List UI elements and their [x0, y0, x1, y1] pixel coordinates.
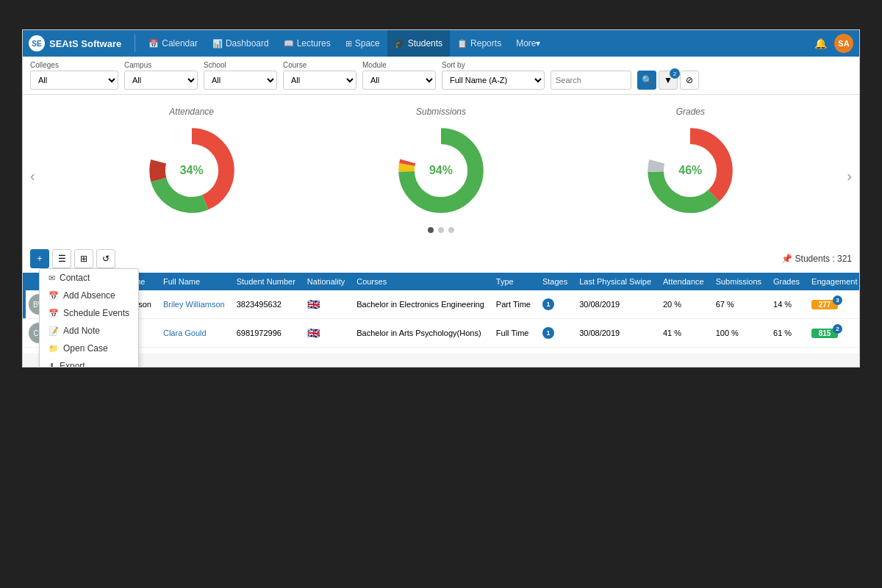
row-grades: 61 %: [767, 319, 806, 348]
submissions-donut: 94%: [393, 123, 489, 218]
row-course: Bachelor in Electronics Engineering: [351, 290, 490, 319]
row-type: Full Time: [490, 319, 537, 348]
bell-icon[interactable]: 🔔: [814, 37, 827, 49]
context-add-absence[interactable]: 📅 Add Absence: [40, 287, 138, 304]
charts-section: ‹ Attendance: [23, 95, 859, 245]
dashboard-icon: 📊: [212, 39, 223, 49]
nav-divider: [135, 35, 135, 52]
colleges-label: Colleges: [30, 61, 118, 69]
carousel-dot-1[interactable]: [428, 227, 434, 233]
table-row[interactable]: CG Clara Gould Clara Gould 6981972996 🇬🇧…: [23, 319, 859, 348]
nav-item-lectures[interactable]: 📖Lectures: [276, 30, 338, 57]
nav-item-calendar[interactable]: 📅Calendar: [141, 30, 205, 57]
filter-bar: Colleges All Campus All School All Cours…: [23, 57, 859, 95]
col-type[interactable]: Type: [490, 273, 537, 290]
submissions-chart: Submissions 94%: [393, 107, 489, 218]
row-engagement: 815 2: [806, 319, 859, 348]
course-select[interactable]: All: [283, 71, 356, 90]
navbar-right: 🔔 SA: [814, 34, 853, 53]
clear-filter-button[interactable]: ⊘: [680, 71, 699, 90]
submissions-value: 94%: [429, 164, 453, 177]
search-input[interactable]: [551, 71, 631, 90]
carousel-dot-2[interactable]: [438, 227, 444, 233]
carousel-right-arrow[interactable]: ›: [847, 168, 852, 184]
nav-item-dashboard[interactable]: 📊Dashboard: [205, 30, 276, 57]
table-row[interactable]: BW Williamson Briley Williamson 38234956…: [23, 290, 859, 319]
col-fullname[interactable]: Full Name: [157, 273, 231, 290]
campus-filter: Campus All: [124, 61, 198, 90]
sortby-filter: Sort by Full Name (A-Z) Full Name (Z-A): [442, 61, 545, 90]
brand[interactable]: SE SEAtS Software: [29, 35, 121, 51]
add-button[interactable]: +: [30, 249, 49, 268]
submissions-title: Submissions: [416, 107, 466, 117]
nav-item-reports[interactable]: 📋Reports: [450, 30, 509, 57]
space-icon: ⊞: [345, 39, 352, 49]
export-label: Export: [60, 361, 85, 368]
sortby-label: Sort by: [442, 61, 545, 69]
col-courses[interactable]: Courses: [351, 273, 490, 290]
open-case-icon: 📁: [49, 344, 59, 354]
row-fullname[interactable]: Briley Williamson: [157, 290, 231, 319]
course-label: Course: [283, 61, 356, 69]
context-schedule-events[interactable]: 📅 Schedule Events: [40, 304, 138, 322]
table-toolbar: + ☰ ⊞ ↺ ✉ Contact �: [23, 245, 859, 273]
filter-button[interactable]: ▼ 2: [659, 71, 678, 90]
row-submissions: 100 %: [710, 319, 767, 348]
school-label: School: [204, 61, 277, 69]
colleges-select[interactable]: All: [30, 71, 118, 90]
list-view-button[interactable]: ☰: [52, 249, 71, 268]
col-nationality[interactable]: Nationality: [301, 273, 351, 290]
row-stage: 1: [537, 290, 573, 319]
context-contact[interactable]: ✉ Contact: [40, 269, 138, 287]
col-stages[interactable]: Stages: [537, 273, 573, 290]
settings-icon: ↺: [102, 254, 110, 264]
col-last-swipe[interactable]: Last Physical Swipe: [573, 273, 657, 290]
row-stage: 1: [537, 319, 573, 348]
row-grades: 14 %: [767, 290, 806, 319]
campus-label: Campus: [124, 61, 198, 69]
context-add-note[interactable]: 📝 Add Note: [40, 322, 138, 340]
col-attendance[interactable]: Attendance: [657, 273, 710, 290]
settings-button[interactable]: ↺: [96, 249, 115, 268]
attendance-chart: Attendance 34%: [144, 107, 240, 218]
context-open-case[interactable]: 📁 Open Case: [40, 340, 138, 357]
reports-icon: 📋: [457, 39, 467, 49]
nav-item-space[interactable]: ⊞Space: [338, 30, 387, 57]
module-label: Module: [362, 61, 436, 69]
campus-select[interactable]: All: [124, 71, 198, 90]
col-student-number[interactable]: Student Number: [231, 273, 301, 290]
school-select[interactable]: All: [204, 71, 277, 90]
nav-item-students[interactable]: 🎓Students: [387, 30, 450, 57]
user-avatar[interactable]: SA: [834, 34, 853, 53]
grades-chart: Grades 46%: [642, 107, 738, 218]
grades-value: 46%: [678, 164, 702, 177]
search-button[interactable]: 🔍: [637, 71, 656, 90]
filter-badge: 2: [670, 68, 680, 79]
row-fullname[interactable]: Clara Gould: [157, 319, 231, 348]
table-header-row: First Name Surname Full Name Student Num…: [23, 273, 859, 290]
row-type: Part Time: [490, 290, 537, 319]
navbar: SE SEAtS Software 📅Calendar 📊Dashboard 📖…: [23, 30, 859, 57]
col-engagement[interactable]: Engagement: [806, 273, 859, 290]
row-submissions: 67 %: [710, 290, 767, 319]
context-export[interactable]: ⬇ Export: [40, 357, 138, 368]
col-grades[interactable]: Grades: [767, 273, 806, 290]
sortby-select[interactable]: Full Name (A-Z) Full Name (Z-A): [442, 71, 545, 90]
carousel-left-arrow[interactable]: ‹: [30, 168, 35, 184]
grid-view-button[interactable]: ⊞: [74, 249, 93, 268]
students-icon: 🎓: [395, 39, 405, 49]
open-case-label: Open Case: [63, 343, 108, 354]
add-absence-icon: 📅: [49, 291, 59, 301]
nav-item-more[interactable]: More▾: [509, 30, 548, 57]
col-submissions[interactable]: Submissions: [710, 273, 767, 290]
students-count: 📌 Students : 321: [781, 254, 852, 264]
carousel-dot-3[interactable]: [448, 227, 454, 233]
search-label: [551, 61, 631, 69]
charts-row: Attendance 34%: [52, 107, 830, 218]
colleges-filter: Colleges All: [30, 61, 118, 90]
add-note-icon: 📝: [49, 326, 59, 336]
list-icon: ☰: [58, 254, 66, 264]
module-select[interactable]: All: [362, 71, 436, 90]
brand-name: SEAtS Software: [49, 38, 121, 49]
row-attendance: 20 %: [657, 290, 710, 319]
